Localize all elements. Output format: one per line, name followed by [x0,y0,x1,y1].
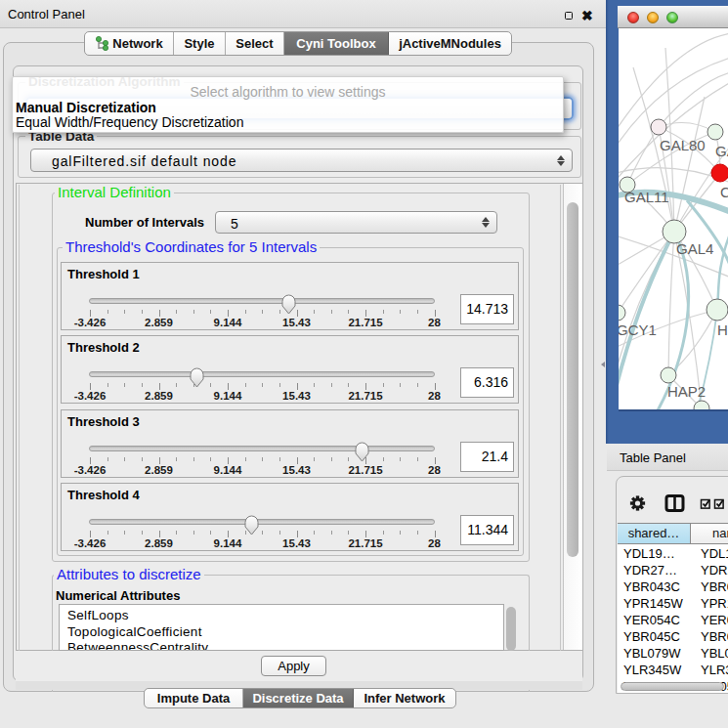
svg-text:GA: GA [715,143,728,159]
svg-text:GAL80: GAL80 [660,137,706,153]
svg-text:HAP2: HAP2 [667,383,706,400]
svg-text:C: C [720,184,728,200]
svg-text:GAL4: GAL4 [676,240,713,257]
svg-text:GAL11: GAL11 [624,189,669,205]
svg-text:GCY1: GCY1 [619,321,657,338]
svg-text:H: H [717,321,728,338]
